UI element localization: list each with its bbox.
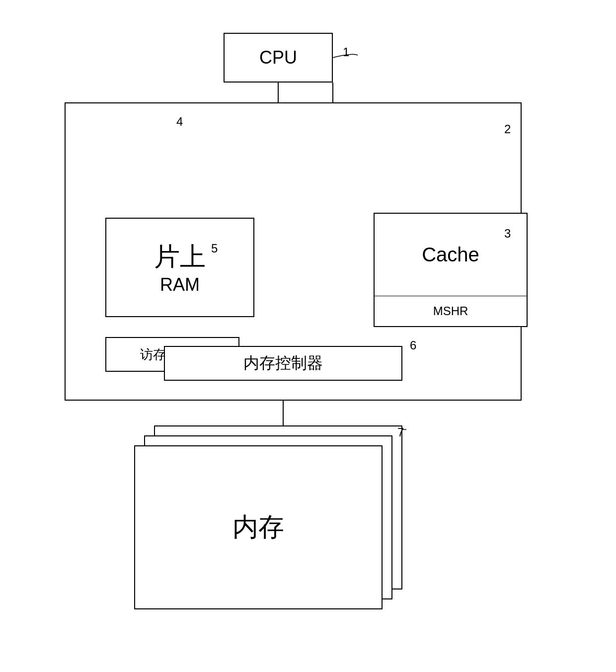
mshr-label: MSHR: [433, 304, 468, 318]
label-5: 5: [211, 242, 218, 255]
cache-upper: Cache: [375, 214, 527, 296]
mshr-section: MSHR: [375, 296, 527, 326]
ram-label-cn: 片上: [154, 240, 206, 274]
label-4: 4: [176, 115, 183, 129]
cpu-box: CPU: [224, 33, 333, 83]
memory-stack: 内存: [134, 425, 412, 609]
label-7: 7: [397, 425, 404, 439]
memory-controller-label: 内存控制器: [243, 352, 323, 374]
cpu-label: CPU: [259, 47, 297, 68]
ram-label-en: RAM: [160, 274, 200, 295]
label-6: 6: [410, 338, 416, 352]
label-2: 2: [504, 122, 511, 136]
memory-main-box: 内存: [134, 445, 383, 609]
memory-label: 内存: [232, 510, 284, 545]
label-3: 3: [504, 227, 511, 241]
label-1: 1: [343, 45, 349, 59]
diagram-container: CPU 1 片上 RAM Cache MSHR 访存加速器 4 2 3 5 内存…: [35, 18, 581, 654]
ram-box: 片上 RAM: [105, 218, 254, 317]
cache-label: Cache: [422, 244, 479, 266]
memory-controller-box: 内存控制器: [164, 346, 402, 381]
